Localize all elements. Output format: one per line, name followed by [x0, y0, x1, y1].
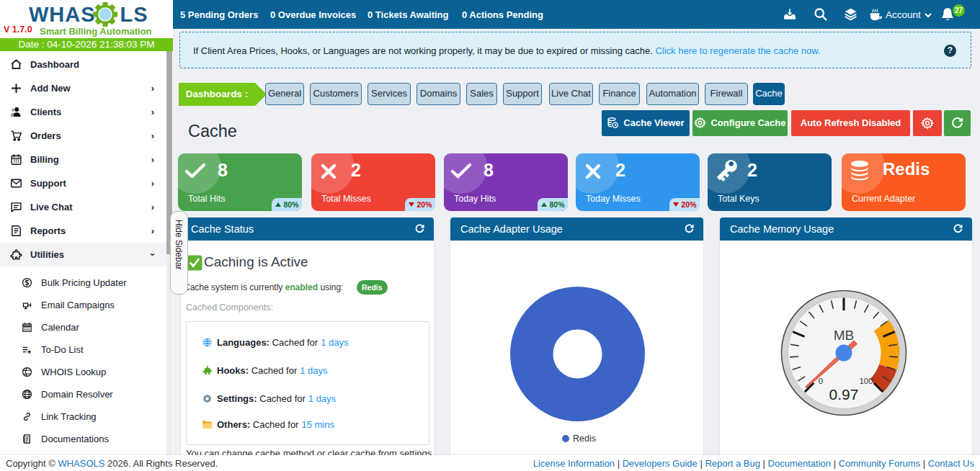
svg-text:MB: MB — [834, 328, 855, 343]
svg-text:0: 0 — [819, 377, 823, 385]
svg-text:100: 100 — [859, 377, 873, 385]
svg-text:0.97: 0.97 — [829, 386, 859, 403]
